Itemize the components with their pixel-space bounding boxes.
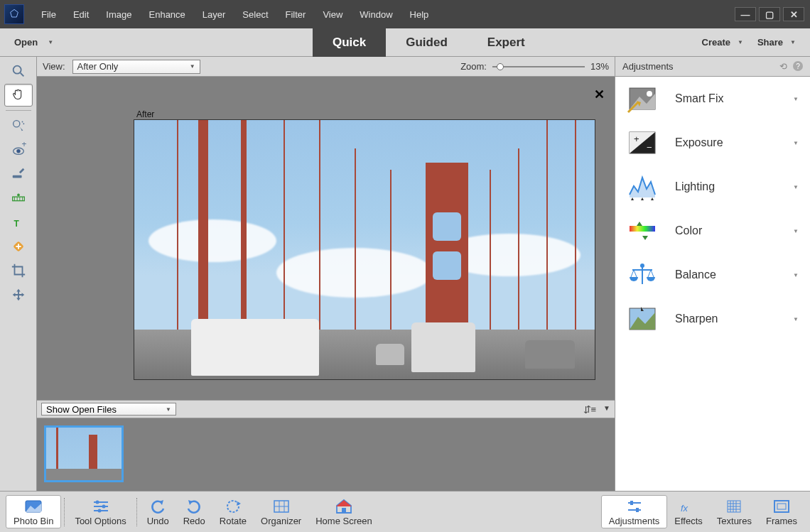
svg-rect-74 — [777, 504, 786, 509]
move-tool[interactable] — [4, 283, 33, 306]
svg-marker-31 — [631, 197, 634, 200]
right-panel: Adjustments ⟲ ? Smart Fix ▼ +− Exposure … — [615, 57, 810, 491]
open-button[interactable]: Open ▼ — [0, 28, 64, 56]
svg-marker-0 — [11, 9, 18, 17]
svg-point-57 — [227, 501, 239, 512]
type-tool[interactable]: T — [4, 211, 33, 234]
smart-fix-icon — [627, 84, 658, 114]
svg-rect-72 — [774, 501, 789, 512]
menu-window[interactable]: Window — [351, 0, 401, 28]
svg-point-4 — [21, 121, 23, 123]
svg-point-1 — [13, 66, 21, 74]
tab-quick[interactable]: Quick — [313, 28, 386, 57]
whiten-teeth-tool[interactable] — [4, 163, 33, 185]
window-controls: — ▢ ✕ — [735, 7, 806, 21]
spot-heal-tool[interactable] — [4, 235, 33, 258]
adj-label: Color — [675, 224, 776, 237]
bin-collapse-icon[interactable]: ▼ — [603, 404, 610, 415]
hand-tool[interactable] — [4, 84, 33, 107]
crop-tool[interactable] — [4, 259, 33, 282]
straighten-tool[interactable] — [4, 187, 33, 210]
photo-bin — [37, 418, 615, 491]
adj-color[interactable]: Color ▼ — [615, 209, 810, 253]
undo-button[interactable]: Undo — [140, 496, 176, 528]
canvas-area: ✕ After — [37, 77, 615, 400]
quick-select-tool[interactable] — [4, 114, 33, 137]
chevron-down-icon: ▼ — [793, 184, 799, 190]
close-document-button[interactable]: ✕ — [594, 87, 605, 102]
menu-filter[interactable]: Filter — [277, 0, 315, 28]
rotate-button[interactable]: Rotate — [212, 496, 254, 528]
open-label: Open — [14, 37, 38, 48]
adj-label: Exposure — [675, 136, 776, 149]
adj-label: Smart Fix — [675, 92, 776, 105]
textures-tab-button[interactable]: Textures — [710, 495, 759, 528]
zoom-slider[interactable] — [492, 62, 585, 72]
bin-menu-icon[interactable]: ⇵≡ — [583, 404, 597, 415]
adj-label: Balance — [675, 268, 776, 281]
view-select[interactable]: After Only ▼ — [72, 60, 200, 74]
svg-marker-36 — [642, 236, 648, 240]
svg-point-52 — [102, 505, 105, 509]
thumbnail[interactable] — [44, 425, 124, 482]
adj-label: Lighting — [675, 180, 776, 193]
adj-balance[interactable]: Balance ▼ — [615, 253, 810, 297]
svg-rect-9 — [12, 175, 21, 178]
effects-tab-button[interactable]: fxEffects — [667, 495, 710, 528]
chevron-down-icon: ▼ — [793, 140, 799, 146]
chevron-down-icon: ▼ — [738, 39, 743, 45]
redo-button[interactable]: Redo — [176, 496, 212, 528]
create-button[interactable]: Create▼ — [702, 37, 743, 48]
organizer-button[interactable]: Organizer — [254, 496, 308, 528]
menubar: File Edit Image Enhance Layer Select Fil… — [0, 0, 810, 28]
sharpen-icon — [627, 304, 658, 334]
menu-help[interactable]: Help — [401, 0, 438, 28]
share-button[interactable]: Share▼ — [757, 37, 796, 48]
adj-exposure[interactable]: +− Exposure ▼ — [615, 121, 810, 165]
menu-select[interactable]: Select — [234, 0, 276, 28]
photo-bin-header: Show Open Files ▼ ⇵≡ ▼ — [37, 400, 615, 418]
adj-label: Sharpen — [675, 313, 776, 325]
svg-rect-34 — [630, 226, 655, 232]
tool-options-button[interactable]: Tool Options — [68, 496, 133, 528]
frames-tab-button[interactable]: Frames — [759, 495, 804, 528]
zoom-label: Zoom: — [460, 61, 487, 72]
bin-header-icons: ⇵≡ ▼ — [583, 404, 611, 415]
chevron-down-icon: ▼ — [48, 39, 53, 45]
photo-bin-button[interactable]: Photo Bin — [6, 495, 61, 528]
help-icon[interactable]: ? — [793, 61, 803, 71]
minimize-button[interactable]: — — [735, 7, 756, 21]
adjustments-tab-button[interactable]: Adjustments — [601, 495, 668, 528]
svg-rect-73 — [774, 501, 789, 512]
chevron-down-icon: ▼ — [790, 39, 796, 45]
svg-marker-64 — [336, 500, 352, 506]
svg-point-43 — [640, 264, 644, 268]
reset-icon[interactable]: ⟲ — [779, 61, 787, 72]
panel-title: Adjustments — [622, 61, 674, 72]
tab-guided[interactable]: Guided — [386, 28, 468, 57]
redeye-tool[interactable]: + — [4, 139, 33, 161]
menu-image[interactable]: Image — [97, 0, 140, 28]
zoom-group: Zoom: 13% — [460, 61, 609, 72]
menu-view[interactable]: View — [314, 0, 351, 28]
adj-sharpen[interactable]: Sharpen ▼ — [615, 297, 810, 341]
home-screen-button[interactable]: Home Screen — [308, 496, 379, 528]
svg-point-5 — [23, 123, 24, 124]
tab-expert[interactable]: Expert — [468, 28, 545, 57]
bin-select[interactable]: Show Open Files ▼ — [41, 403, 176, 416]
maximize-button[interactable]: ▢ — [759, 7, 780, 21]
panel-header: Adjustments ⟲ ? — [615, 57, 810, 77]
menu-enhance[interactable]: Enhance — [141, 0, 194, 28]
adj-smart-fix[interactable]: Smart Fix ▼ — [615, 77, 810, 121]
chevron-down-icon: ▼ — [793, 272, 799, 278]
modebar: Open ▼ Quick Guided Expert Create▼ Share… — [0, 28, 810, 57]
zoom-tool[interactable] — [4, 60, 33, 82]
menu-edit[interactable]: Edit — [65, 0, 97, 28]
balance-icon — [627, 260, 658, 290]
svg-rect-69 — [636, 508, 639, 512]
menu-layer[interactable]: Layer — [194, 0, 234, 28]
close-button[interactable]: ✕ — [783, 7, 804, 21]
adj-lighting[interactable]: Lighting ▼ — [615, 165, 810, 209]
document-canvas[interactable] — [134, 119, 595, 380]
menu-file[interactable]: File — [33, 0, 65, 28]
